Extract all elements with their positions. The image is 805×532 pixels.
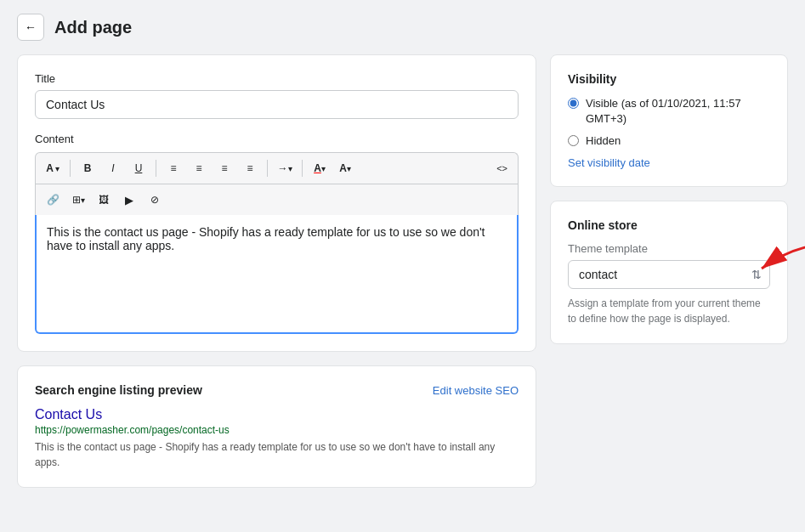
editor-content: This is the contact us page - Shopify ha… (47, 225, 485, 252)
link-button[interactable]: 🔗 (41, 188, 65, 212)
online-store-card: Online store Theme template contact defa… (550, 201, 788, 344)
content-editor[interactable]: This is the contact us page - Shopify ha… (35, 215, 519, 334)
font-size-button[interactable]: A ▾ (41, 156, 65, 180)
edit-seo-link[interactable]: Edit website SEO (433, 384, 519, 397)
indent-icon: → (278, 162, 288, 174)
seo-url: https://powermasher.com/pages/contact-us (35, 424, 519, 436)
bold-button[interactable]: B (76, 156, 99, 180)
link-icon: 🔗 (47, 194, 60, 206)
align-justify-icon: ≡ (247, 162, 252, 174)
visible-label: Visible (as of 01/10/2021, 11:57 GMT+3) (586, 96, 770, 127)
title-label: Title (35, 72, 519, 85)
back-button[interactable]: ← (17, 14, 44, 41)
video-icon: ▶ (125, 194, 133, 207)
online-store-title: Online store (568, 218, 770, 232)
visibility-title: Visibility (568, 72, 770, 86)
italic-button[interactable]: I (101, 156, 125, 180)
table-icon: ⊞ (72, 194, 81, 206)
template-description: Assign a template from your current them… (568, 296, 770, 326)
seo-page-title: Contact Us (35, 407, 519, 422)
template-select[interactable]: contact default (568, 260, 770, 289)
visible-option: Visible (as of 01/10/2021, 11:57 GMT+3) (568, 96, 770, 127)
seo-description: This is the contact us page - Shopify ha… (35, 439, 519, 470)
indent-button[interactable]: → ▾ (273, 156, 297, 180)
image-button[interactable]: 🖼 (92, 188, 116, 212)
editor-toolbar: A ▾ B I U ≡ ≡ ≡ ≡ (35, 152, 519, 184)
font-size-dropdown-arrow: ▾ (55, 164, 60, 173)
special-char-icon: ⊘ (150, 194, 159, 206)
page-title: Add page (54, 18, 132, 37)
seo-section-title: Search engine listing preview (35, 383, 202, 397)
hidden-option: Hidden (568, 133, 770, 149)
visible-radio[interactable] (568, 98, 579, 109)
underline-button[interactable]: U (127, 156, 150, 180)
hidden-radio[interactable] (568, 135, 579, 146)
special-char-button[interactable]: ⊘ (143, 188, 167, 212)
editor-toolbar-row2: 🔗 ⊞ ▾ 🖼 ▶ ⊘ (35, 184, 519, 215)
align-left-icon: ≡ (170, 162, 176, 174)
table-button[interactable]: ⊞ ▾ (66, 188, 90, 212)
set-visibility-date-link[interactable]: Set visibility date (568, 156, 770, 169)
highlight-icon: A (339, 162, 347, 174)
image-icon: 🖼 (99, 194, 109, 206)
highlight-color-button[interactable]: A ▾ (333, 156, 357, 180)
video-button[interactable]: ▶ (117, 188, 141, 212)
visibility-card: Visibility Visible (as of 01/10/2021, 11… (550, 54, 788, 187)
text-color-icon: A (314, 162, 321, 174)
page-content-card: Title Content A ▾ B I U ≡ (17, 54, 536, 352)
theme-template-label: Theme template (568, 242, 770, 255)
back-icon: ← (25, 20, 37, 34)
align-left-button[interactable]: ≡ (162, 156, 185, 180)
source-icon: <> (496, 163, 507, 173)
font-size-icon: A (46, 162, 54, 174)
align-right-icon: ≡ (221, 162, 227, 174)
template-select-wrapper: contact default ⇅ (568, 260, 770, 289)
title-input[interactable] (35, 90, 519, 119)
align-center-button[interactable]: ≡ (187, 156, 211, 180)
align-center-icon: ≡ (196, 162, 201, 174)
align-justify-button[interactable]: ≡ (238, 156, 262, 180)
hidden-label: Hidden (586, 133, 621, 149)
source-code-button[interactable]: <> (491, 156, 513, 180)
content-label: Content (35, 133, 519, 145)
align-right-button[interactable]: ≡ (213, 156, 236, 180)
text-color-button[interactable]: A ▾ (308, 156, 332, 180)
seo-card: Search engine listing preview Edit websi… (17, 365, 536, 488)
